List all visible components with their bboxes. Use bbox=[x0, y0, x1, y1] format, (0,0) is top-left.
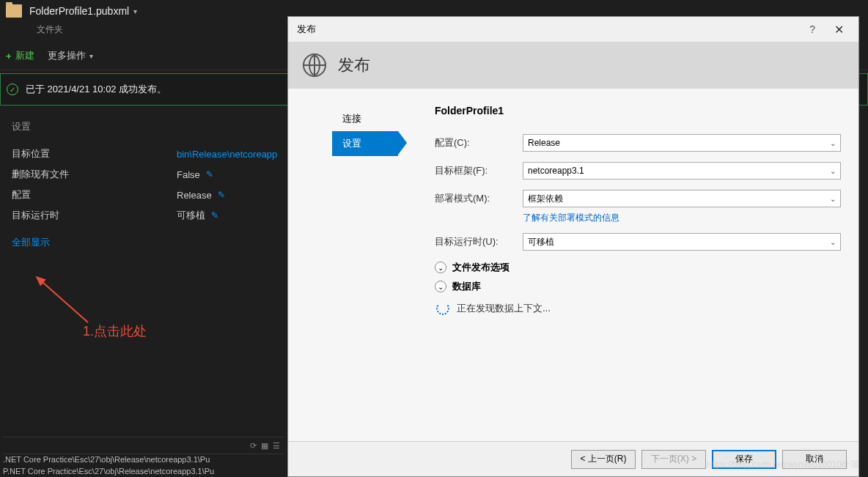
setting-value[interactable]: bin\Release\netcoreapp bbox=[177, 149, 277, 160]
setting-value: False ✎ bbox=[177, 169, 213, 180]
sidebar-item-connection[interactable]: 连接 bbox=[332, 106, 435, 131]
file-title[interactable]: FolderProfile1.pubxml ▾ bbox=[29, 5, 137, 17]
plus-icon: + bbox=[6, 51, 12, 62]
sidebar-item-settings[interactable]: 设置 bbox=[332, 131, 398, 156]
console-icon[interactable]: ☰ bbox=[273, 440, 280, 451]
status-text: 已于 2021/4/21 10:02 成功发布。 bbox=[26, 83, 166, 96]
deploy-info-link[interactable]: 了解有关部署模式的信息 bbox=[523, 212, 841, 224]
dialog-main: FolderProfile1 配置(C): Release ⌄ 目标框架(F):… bbox=[435, 89, 858, 441]
success-icon: ✓ bbox=[7, 84, 18, 95]
chevron-down-icon: ⌄ bbox=[830, 139, 836, 147]
setting-value: Release ✎ bbox=[177, 190, 225, 201]
globe-icon bbox=[303, 53, 326, 77]
annotation-step1: 1.点击此处 bbox=[83, 322, 147, 340]
setting-label: 目标运行时 bbox=[12, 209, 177, 222]
edit-icon[interactable]: ✎ bbox=[211, 210, 218, 221]
dialog-header-title: 发布 bbox=[338, 54, 370, 76]
loading-text: 正在发现数据上下文... bbox=[457, 302, 551, 315]
dialog-title: 发布 bbox=[297, 23, 316, 36]
chevron-down-icon: ▾ bbox=[89, 52, 93, 60]
runtime-select[interactable]: 可移植 ⌄ bbox=[523, 233, 841, 251]
dialog-titlebar: 发布 ? ✕ bbox=[288, 17, 858, 42]
spinner-icon bbox=[436, 302, 449, 315]
profile-name: FolderProfile1 bbox=[435, 105, 841, 117]
expand-icon: ⌄ bbox=[435, 262, 446, 273]
config-select[interactable]: Release ⌄ bbox=[523, 134, 841, 152]
prev-button[interactable]: < 上一页(R) bbox=[571, 450, 636, 469]
edit-icon[interactable]: ✎ bbox=[206, 169, 213, 180]
framework-select[interactable]: netcoreapp3.1 ⌄ bbox=[523, 162, 841, 180]
console-icon[interactable]: ▦ bbox=[261, 440, 268, 451]
more-actions-button[interactable]: 更多操作 ▾ bbox=[48, 49, 93, 62]
chevron-down-icon: ⌄ bbox=[830, 167, 836, 175]
setting-value: 可移植 ✎ bbox=[177, 209, 218, 222]
chevron-down-icon: ⌄ bbox=[830, 238, 836, 246]
database-label: 数据库 bbox=[452, 280, 481, 293]
help-icon[interactable]: ? bbox=[809, 23, 815, 35]
folder-icon bbox=[6, 4, 22, 18]
file-options-expander[interactable]: ⌄ 文件发布选项 bbox=[435, 261, 841, 274]
config-label: 配置(C): bbox=[435, 136, 523, 149]
database-expander[interactable]: ⌄ 数据库 bbox=[435, 280, 841, 293]
more-label: 更多操作 bbox=[48, 49, 86, 62]
chevron-down-icon: ⌄ bbox=[830, 195, 836, 203]
runtime-label: 目标运行时(U): bbox=[435, 235, 523, 248]
dialog-sidebar: 连接 设置 bbox=[288, 89, 435, 441]
expand-icon: ⌄ bbox=[435, 281, 446, 292]
new-button[interactable]: + 新建 bbox=[6, 49, 34, 62]
next-button[interactable]: 下一页(X) > bbox=[641, 450, 706, 469]
edit-icon[interactable]: ✎ bbox=[218, 190, 225, 200]
console-toolbar: ⟳ ▦ ☰ bbox=[3, 437, 284, 454]
new-label: 新建 bbox=[15, 49, 34, 62]
loading-row: 正在发现数据上下文... bbox=[436, 302, 841, 315]
setting-label: 配置 bbox=[12, 188, 177, 201]
setting-label: 删除现有文件 bbox=[12, 168, 177, 181]
deploy-mode-select[interactable]: 框架依赖 ⌄ bbox=[523, 190, 841, 207]
deploy-mode-label: 部署模式(M): bbox=[435, 192, 523, 205]
framework-label: 目标框架(F): bbox=[435, 164, 523, 177]
file-options-label: 文件发布选项 bbox=[452, 261, 510, 274]
chevron-down-icon: ▾ bbox=[133, 7, 137, 15]
annotation-arrow-1 bbox=[22, 271, 95, 330]
console-line: P.NET Core Practice\Esc\27\obj\Release\n… bbox=[3, 466, 284, 477]
cancel-button[interactable]: 取消 bbox=[782, 450, 847, 469]
console-icon[interactable]: ⟳ bbox=[250, 440, 257, 451]
file-name: FolderProfile1.pubxml bbox=[29, 5, 129, 17]
dialog-footer: < 上一页(R) 下一页(X) > 保存 取消 bbox=[288, 441, 858, 476]
publish-dialog: 发布 ? ✕ 发布 连接 设置 FolderProfile1 配置(C): bbox=[287, 16, 859, 477]
console-line: .NET Core Practice\Esc\27\obj\Release\ne… bbox=[3, 454, 284, 465]
svg-line-1 bbox=[37, 277, 88, 322]
dialog-header: 发布 bbox=[288, 42, 858, 89]
close-icon[interactable]: ✕ bbox=[828, 21, 850, 38]
output-console: ⟳ ▦ ☰ .NET Core Practice\Esc\27\obj\Rele… bbox=[0, 437, 287, 477]
setting-label: 目标位置 bbox=[12, 147, 177, 160]
save-button[interactable]: 保存 bbox=[712, 450, 776, 469]
